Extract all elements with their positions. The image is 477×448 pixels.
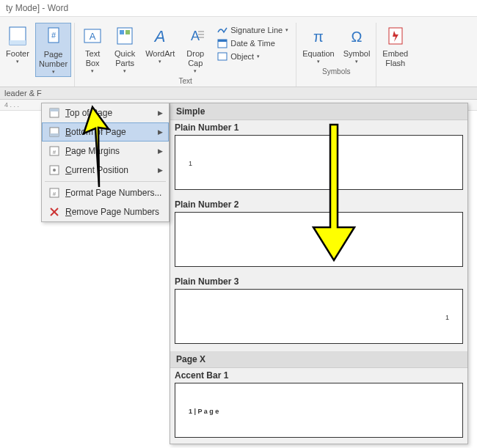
signature-line-button[interactable]: Signature Line ▾ bbox=[214, 24, 291, 36]
gallery-item-title: Plain Number 3 bbox=[170, 274, 467, 289]
ribbon: Footer ▾ # Page Number ▾ A Text Box ▾ bbox=[0, 17, 477, 87]
embed-flash-button[interactable]: Embed Flash bbox=[379, 23, 411, 70]
date-time-label: Date & Time bbox=[230, 39, 275, 48]
wordart-label: WordArt bbox=[145, 49, 175, 59]
sample-number: 1 bbox=[189, 160, 192, 167]
drop-cap-button[interactable]: A Drop Cap ▾ bbox=[181, 23, 210, 76]
text-box-icon: A bbox=[81, 24, 104, 48]
top-of-page-icon bbox=[48, 107, 61, 119]
drop-cap-icon: A bbox=[183, 24, 207, 48]
gallery-section-simple: Simple bbox=[170, 103, 467, 120]
gallery-preview-pn3[interactable]: 1 bbox=[175, 289, 463, 344]
svg-text:π: π bbox=[313, 29, 324, 45]
gallery-item-title: Plain Number 2 bbox=[170, 197, 467, 212]
svg-text:A: A bbox=[191, 29, 200, 43]
menu-format-label: Format Page Numbers... bbox=[65, 188, 163, 198]
page-margins-icon: # bbox=[48, 145, 61, 157]
signature-line-label: Signature Line bbox=[230, 26, 283, 34]
menu-page-margins[interactable]: # Page Margins ▶ bbox=[42, 142, 169, 161]
flash-icon bbox=[384, 24, 407, 48]
dropdown-caret-icon: ▾ bbox=[52, 69, 55, 75]
submenu-arrow-icon: ▶ bbox=[158, 128, 163, 136]
svg-rect-23 bbox=[50, 133, 59, 136]
bottom-of-page-icon bbox=[48, 126, 61, 138]
group-symbols-label: Symbols bbox=[322, 66, 350, 77]
equation-icon: π bbox=[307, 24, 330, 48]
submenu-arrow-icon: ▶ bbox=[158, 109, 163, 117]
dropdown-caret-icon: ▾ bbox=[123, 68, 126, 74]
gallery-preview-ab1[interactable]: 1 | P a g e bbox=[175, 383, 463, 438]
dropdown-caret-icon: ▾ bbox=[91, 68, 94, 74]
object-button[interactable]: Object ▾ bbox=[214, 51, 291, 62]
dropdown-caret-icon: ▾ bbox=[355, 59, 358, 65]
footer-label: Footer bbox=[6, 49, 29, 59]
group-text-label: Text bbox=[179, 76, 192, 87]
svg-point-27 bbox=[53, 169, 56, 172]
page-number-menu: Top of Page ▶ Bottom of Page ▶ # Page Ma… bbox=[41, 103, 170, 222]
menu-bottom-label: Bottom of Page bbox=[65, 127, 158, 137]
date-time-icon bbox=[217, 38, 227, 48]
quick-parts-button[interactable]: Quick Parts ▾ bbox=[110, 23, 139, 76]
sample-accent: 1 | P a g e bbox=[189, 408, 219, 415]
text-box-label: Text Box bbox=[85, 49, 100, 68]
footer-icon bbox=[6, 24, 29, 48]
menu-top-of-page[interactable]: Top of Page ▶ bbox=[42, 103, 169, 122]
text-box-button[interactable]: A Text Box ▾ bbox=[78, 23, 107, 76]
drop-cap-label: Drop Cap bbox=[186, 49, 204, 68]
submenu-arrow-icon: ▶ bbox=[158, 147, 163, 155]
submenu-arrow-icon: ▶ bbox=[158, 166, 163, 174]
dropdown-caret-icon: ▾ bbox=[285, 27, 288, 33]
object-icon bbox=[217, 51, 227, 62]
gallery-item-title: Plain Number 1 bbox=[170, 120, 467, 135]
header-footer-label: leader & F bbox=[0, 87, 477, 100]
svg-text:#: # bbox=[53, 191, 57, 197]
format-numbers-icon: # bbox=[48, 187, 61, 199]
dropdown-caret-icon: ▾ bbox=[317, 59, 320, 65]
svg-rect-8 bbox=[125, 30, 130, 34]
dropdown-caret-icon: ▾ bbox=[194, 68, 197, 74]
svg-text:#: # bbox=[53, 149, 57, 155]
svg-text:Ω: Ω bbox=[352, 29, 363, 45]
date-time-button[interactable]: Date & Time bbox=[214, 37, 291, 49]
svg-text:#: # bbox=[51, 31, 57, 40]
menu-bottom-of-page[interactable]: Bottom of Page ▶ bbox=[42, 122, 169, 142]
svg-text:A: A bbox=[153, 27, 166, 45]
current-position-icon bbox=[48, 164, 61, 176]
svg-rect-15 bbox=[218, 40, 227, 42]
page-number-button[interactable]: # Page Number ▾ bbox=[35, 23, 71, 77]
object-label: Object bbox=[230, 52, 254, 61]
dropdown-caret-icon: ▾ bbox=[16, 59, 19, 65]
menu-format-numbers[interactable]: # Format Page Numbers... bbox=[42, 183, 169, 202]
symbol-label: Symbol bbox=[343, 49, 371, 59]
menu-remove-label: Remove Page Numbers bbox=[65, 207, 163, 217]
sample-number: 1 bbox=[445, 314, 449, 321]
equation-label: Equation bbox=[302, 49, 334, 59]
dropdown-caret-icon: ▾ bbox=[159, 59, 161, 65]
signature-icon bbox=[217, 25, 227, 35]
page-number-icon: # bbox=[42, 25, 65, 48]
page-number-gallery[interactable]: Simple Plain Number 1 1 Plain Number 2 P… bbox=[170, 103, 468, 444]
menu-current-label: Current Position bbox=[65, 165, 158, 175]
remove-numbers-icon bbox=[48, 206, 61, 218]
menu-margins-label: Page Margins bbox=[65, 146, 158, 156]
embed-flash-label: Embed Flash bbox=[382, 49, 408, 68]
svg-rect-21 bbox=[50, 109, 59, 111]
gallery-preview-pn2[interactable] bbox=[175, 212, 463, 267]
menu-top-label: Top of Page bbox=[65, 108, 158, 118]
symbol-button[interactable]: Ω Symbol ▾ bbox=[341, 23, 374, 66]
menu-current-position[interactable]: Current Position ▶ bbox=[42, 161, 169, 180]
gallery-section-pagex: Page X bbox=[170, 351, 467, 368]
svg-rect-16 bbox=[218, 53, 227, 60]
menu-remove-numbers[interactable]: Remove Page Numbers bbox=[42, 202, 169, 221]
equation-button[interactable]: π Equation ▾ bbox=[299, 23, 337, 66]
wordart-button[interactable]: A WordArt ▾ bbox=[142, 23, 178, 66]
window-title: ty Mode] - Word bbox=[0, 0, 477, 17]
gallery-item-title: Accent Bar 1 bbox=[170, 368, 467, 383]
page-number-label: Page Number bbox=[39, 50, 68, 69]
gallery-preview-pn1[interactable]: 1 bbox=[175, 135, 463, 190]
menu-separator bbox=[45, 181, 166, 182]
svg-rect-1 bbox=[10, 40, 26, 45]
footer-button[interactable]: Footer ▾ bbox=[3, 23, 32, 66]
svg-rect-7 bbox=[120, 30, 124, 34]
symbol-icon: Ω bbox=[345, 24, 368, 48]
